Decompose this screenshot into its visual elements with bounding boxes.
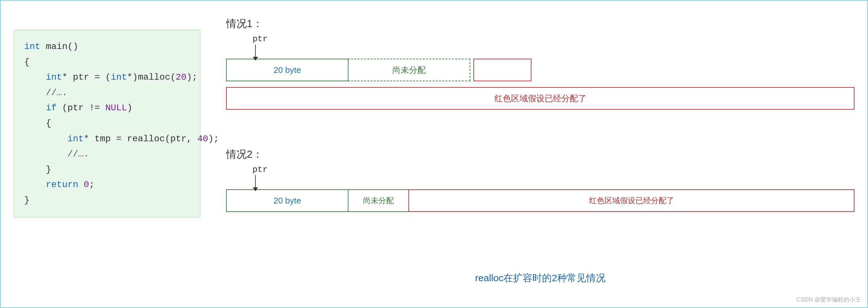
code-text [24,72,46,82]
watermark: CSDN @爱学编程的小王 [797,296,861,304]
case1-block: 情况1： ptr 20 byte 尚未分配 红色区域假设已经分配了 [226,17,855,135]
keyword-int3: int [111,72,127,82]
code-section: int main() { int* ptr = (int*)malloc(20)… [13,30,200,298]
code-line-4: //…. [24,85,190,101]
code-line-7: int* tmp = realloc(ptr, 40); [24,131,190,147]
keyword-if: if [46,103,57,113]
keyword-return: return [46,180,78,190]
case1-label: 情况1： [226,17,855,31]
code-text: ); [186,72,197,82]
code-line-8: //…. [24,146,190,162]
code-text: main() [40,41,78,52]
case2-red: 红色区域假设已经分配了 [408,189,855,212]
keyword-int4: int [67,134,84,144]
case2-ptr-label: ptr [252,165,268,174]
keyword-int: int [24,41,40,52]
case2-block-unalloc: 尚未分配 [348,189,409,212]
code-text: *)malloc( [127,72,176,82]
code-line-2: { [24,55,190,70]
val-null: NULL [105,103,127,113]
val-20: 20 [176,72,187,82]
case2-memory-row: 20 byte 尚未分配 红色区域假设已经分配了 [226,189,855,212]
code-text: * ptr = ( [62,72,111,82]
case1-block-unalloc: 尚未分配 [348,59,470,81]
code-line-1: int main() [24,39,190,55]
case1-ptr-area: ptr [252,34,855,57]
diagram-section: 情况1： ptr 20 byte 尚未分配 红色区域假设已经分配了 情况2： p… [200,10,855,298]
code-line-5: if (ptr != NULL) [24,100,190,116]
keyword-int2: int [46,72,62,82]
case1-block-20: 20 byte [226,59,348,81]
case2-label: 情况2： [226,147,855,162]
case2-block-20: 20 byte [226,189,348,212]
code-line-6: { [24,116,190,131]
case1-memory-row: 20 byte 尚未分配 [226,59,855,81]
code-line-3: int* ptr = (int*)malloc(20); [24,70,190,85]
case2-arrow [255,175,256,188]
case1-ptr-label: ptr [252,34,268,44]
case1-red-small [473,59,531,81]
case1-arrow [255,45,256,57]
code-line-9: } [24,162,190,177]
code-line-10: return 0; [24,177,190,193]
case1-red-full: 红色区域假设已经分配了 [226,87,855,110]
case1-red-row: 红色区域假设已经分配了 [226,84,855,107]
case2-ptr-area: ptr [252,165,855,188]
val-0: 0 [84,180,89,190]
code-box: int main() { int* ptr = (int*)malloc(20)… [13,30,200,217]
caption: realloc在扩容时的2种常见情况 [226,272,855,285]
case2-block: 情况2： ptr 20 byte 尚未分配 红色区域假设已经分配了 [226,147,855,265]
code-line-11: } [24,193,190,208]
